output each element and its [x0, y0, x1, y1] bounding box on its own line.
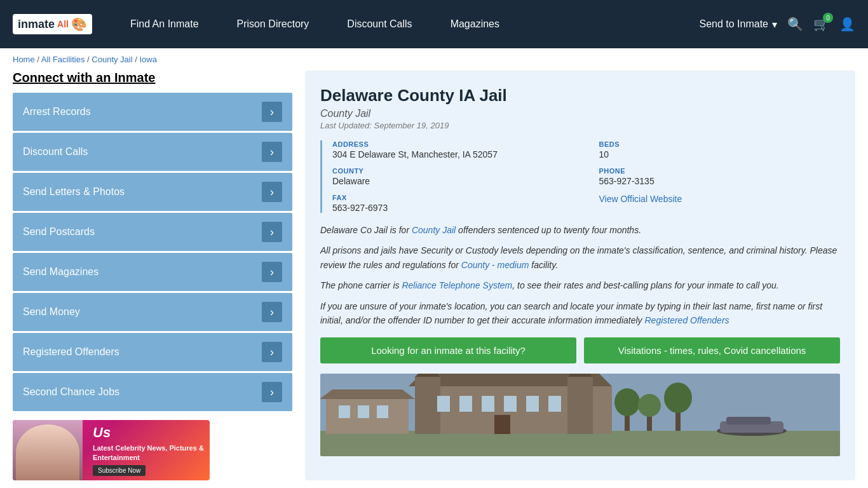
svg-rect-8	[437, 396, 450, 412]
sidebar-item-send-money[interactable]: Send Money ›	[13, 293, 292, 331]
sidebar-title: Connect with an Inmate	[13, 71, 292, 85]
facility-info-grid: ADDRESS 304 E Delaware St, Manchester, I…	[320, 140, 840, 213]
svg-rect-9	[459, 396, 472, 412]
facility-type: County Jail	[320, 108, 840, 119]
ad-person-image	[16, 424, 79, 480]
sidebar-arrow-icon: ›	[262, 142, 282, 162]
search-button[interactable]: 🔍	[787, 17, 803, 32]
nav-prison-directory[interactable]: Prison Directory	[218, 0, 329, 48]
county-jail-link[interactable]: County Jail	[412, 225, 456, 235]
nav-discount-calls[interactable]: Discount Calls	[328, 0, 431, 48]
sidebar-item-label: Send Money	[23, 306, 80, 318]
svg-marker-5	[415, 374, 440, 377]
sidebar-arrow-icon: ›	[262, 262, 282, 282]
official-website-link[interactable]: View Official Website	[599, 194, 682, 204]
ad-image	[13, 420, 83, 480]
ad-text: Us Latest Celebrity News, Pictures & Ent…	[88, 420, 210, 480]
description-2: All prisons and jails have Security or C…	[320, 243, 840, 272]
phone-label: PHONE	[599, 167, 841, 175]
breadcrumb-state[interactable]: Iowa	[139, 55, 156, 64]
sidebar-item-label: Send Magazines	[23, 266, 98, 278]
address-value: 304 E Delaware St, Manchester, IA 52057	[332, 149, 574, 159]
sidebar-item-label: Arrest Records	[23, 106, 91, 118]
sidebar-arrow-icon: ›	[262, 222, 282, 242]
breadcrumb-home[interactable]: Home	[13, 55, 35, 64]
svg-marker-7	[567, 374, 593, 377]
svg-rect-4	[415, 377, 440, 434]
facility-updated: Last Updated: September 19, 2019	[320, 121, 840, 130]
website-block: View Official Website	[599, 194, 841, 213]
sidebar-item-discount-calls[interactable]: Discount Calls ›	[13, 133, 292, 171]
svg-rect-23	[339, 405, 350, 418]
content-area: Delaware County IA Jail County Jail Last…	[305, 71, 855, 480]
sidebar-arrow-icon: ›	[262, 302, 282, 322]
svg-rect-6	[567, 377, 593, 434]
nav-actions: Send to Inmate ▾ 🔍 🛒 0 👤	[699, 17, 855, 32]
ad-headline: Latest Celebrity News, Pictures & Entert…	[93, 444, 205, 463]
nav-find-inmate[interactable]: Find An Inmate	[111, 0, 218, 48]
account-button[interactable]: 👤	[839, 17, 855, 32]
sidebar-item-label: Send Postcards	[23, 226, 95, 238]
county-label: COUNTY	[332, 167, 574, 175]
nav-magazines[interactable]: Magazines	[431, 0, 519, 48]
logo-text: inmate	[18, 18, 55, 31]
sidebar-item-second-chance-jobs[interactable]: Second Chance Jobs ›	[13, 373, 292, 411]
svg-rect-10	[482, 396, 494, 412]
sidebar-arrow-icon: ›	[262, 182, 282, 202]
cart-button[interactable]: 🛒 0	[813, 17, 829, 32]
beds-label: BEDS	[599, 140, 841, 148]
svg-marker-22	[320, 390, 415, 399]
svg-point-16	[614, 388, 640, 416]
facility-image	[320, 374, 840, 456]
fax-block: FAX 563-927-6973	[332, 194, 574, 213]
phone-value: 563-927-3135	[599, 176, 841, 186]
logo[interactable]: inmate All 🎨	[13, 14, 92, 34]
svg-rect-28	[726, 417, 771, 424]
navbar: inmate All 🎨 Find An Inmate Prison Direc…	[0, 0, 868, 48]
svg-point-18	[638, 394, 661, 417]
send-to-inmate-btn[interactable]: Send to Inmate ▾	[699, 18, 777, 30]
county-medium-link[interactable]: County - medium	[461, 260, 529, 270]
svg-rect-25	[377, 405, 388, 418]
sidebar-item-arrest-records[interactable]: Arrest Records ›	[13, 93, 292, 131]
sidebar-item-send-postcards[interactable]: Send Postcards ›	[13, 213, 292, 251]
reliance-telephone-link[interactable]: Reliance Telephone System	[402, 280, 512, 290]
facility-building-svg	[320, 374, 840, 456]
action-buttons: Looking for an inmate at this facility? …	[320, 337, 840, 363]
logo-all: All	[57, 19, 69, 29]
description-3: The phone carrier is Reliance Telephone …	[320, 278, 840, 292]
registered-offenders-link[interactable]: Registered Offenders	[644, 315, 729, 325]
sidebar-menu: Arrest Records › Discount Calls › Send L…	[13, 93, 292, 411]
visitation-btn[interactable]: Visitations - times, rules, Covid cancel…	[584, 337, 840, 363]
description-1: Delaware Co Jail is for County Jail offe…	[320, 223, 840, 237]
breadcrumb-all-facilities[interactable]: All Facilities	[41, 55, 85, 64]
svg-rect-13	[548, 396, 561, 412]
breadcrumb-county-jail[interactable]: County Jail	[92, 55, 132, 64]
sidebar-item-send-magazines[interactable]: Send Magazines ›	[13, 253, 292, 291]
sidebar-item-send-letters[interactable]: Send Letters & Photos ›	[13, 173, 292, 211]
svg-rect-24	[358, 405, 369, 418]
advertisement-banner[interactable]: Us Latest Celebrity News, Pictures & Ent…	[13, 420, 210, 480]
address-label: ADDRESS	[332, 140, 574, 148]
svg-point-20	[664, 383, 692, 413]
ad-subscribe-button[interactable]: Subscribe Now	[93, 465, 146, 476]
sidebar-item-registered-offenders[interactable]: Registered Offenders ›	[13, 333, 292, 371]
sidebar-arrow-icon: ›	[262, 382, 282, 402]
search-icon: 🔍	[787, 17, 803, 32]
facility-title: Delaware County IA Jail	[320, 86, 840, 105]
main-container: Connect with an Inmate Arrest Records › …	[0, 71, 868, 488]
beds-block: BEDS 10	[599, 140, 841, 159]
description-block: Delaware Co Jail is for County Jail offe…	[320, 223, 840, 327]
svg-rect-14	[494, 415, 510, 434]
sidebar-item-label: Send Letters & Photos	[23, 186, 125, 198]
fax-value: 563-927-6973	[332, 203, 574, 213]
find-inmate-btn[interactable]: Looking for an inmate at this facility?	[320, 337, 576, 363]
ad-logo: Us	[93, 424, 205, 441]
logo-icon: 🎨	[71, 17, 87, 32]
sidebar: Connect with an Inmate Arrest Records › …	[13, 71, 292, 480]
sidebar-arrow-icon: ›	[262, 102, 282, 122]
description-4: If you are unsure of your inmate's locat…	[320, 299, 840, 328]
nav-links: Find An Inmate Prison Directory Discount…	[111, 0, 700, 48]
cart-badge: 0	[823, 13, 833, 23]
sidebar-item-label: Second Chance Jobs	[23, 386, 119, 398]
